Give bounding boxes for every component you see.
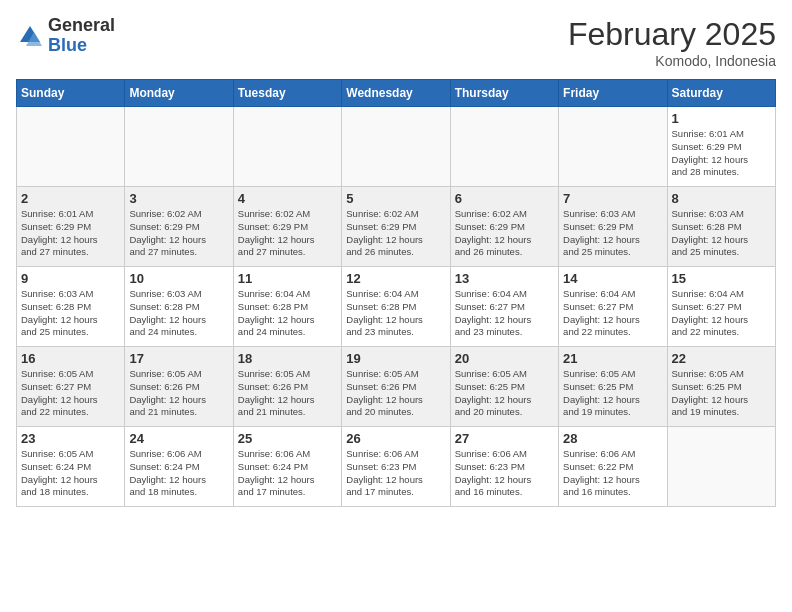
day-info: Sunrise: 6:03 AM Sunset: 6:28 PM Dayligh… (129, 288, 228, 339)
calendar-cell: 4Sunrise: 6:02 AM Sunset: 6:29 PM Daylig… (233, 187, 341, 267)
calendar-week-row: 9Sunrise: 6:03 AM Sunset: 6:28 PM Daylig… (17, 267, 776, 347)
month-title: February 2025 (568, 16, 776, 53)
logo: General Blue (16, 16, 115, 56)
calendar-cell: 10Sunrise: 6:03 AM Sunset: 6:28 PM Dayli… (125, 267, 233, 347)
weekday-header-monday: Monday (125, 80, 233, 107)
title-block: February 2025 Komodo, Indonesia (568, 16, 776, 69)
day-number: 28 (563, 431, 662, 446)
day-info: Sunrise: 6:06 AM Sunset: 6:24 PM Dayligh… (129, 448, 228, 499)
calendar-cell (233, 107, 341, 187)
weekday-header-saturday: Saturday (667, 80, 775, 107)
day-number: 3 (129, 191, 228, 206)
day-info: Sunrise: 6:05 AM Sunset: 6:25 PM Dayligh… (455, 368, 554, 419)
day-number: 17 (129, 351, 228, 366)
calendar-cell: 16Sunrise: 6:05 AM Sunset: 6:27 PM Dayli… (17, 347, 125, 427)
calendar-cell: 6Sunrise: 6:02 AM Sunset: 6:29 PM Daylig… (450, 187, 558, 267)
page-header: General Blue February 2025 Komodo, Indon… (16, 16, 776, 69)
calendar-cell: 14Sunrise: 6:04 AM Sunset: 6:27 PM Dayli… (559, 267, 667, 347)
day-number: 2 (21, 191, 120, 206)
day-number: 16 (21, 351, 120, 366)
calendar-cell: 19Sunrise: 6:05 AM Sunset: 6:26 PM Dayli… (342, 347, 450, 427)
day-info: Sunrise: 6:03 AM Sunset: 6:28 PM Dayligh… (672, 208, 771, 259)
calendar-cell: 25Sunrise: 6:06 AM Sunset: 6:24 PM Dayli… (233, 427, 341, 507)
calendar-week-row: 23Sunrise: 6:05 AM Sunset: 6:24 PM Dayli… (17, 427, 776, 507)
day-info: Sunrise: 6:06 AM Sunset: 6:23 PM Dayligh… (455, 448, 554, 499)
calendar-cell: 7Sunrise: 6:03 AM Sunset: 6:29 PM Daylig… (559, 187, 667, 267)
day-number: 4 (238, 191, 337, 206)
day-info: Sunrise: 6:06 AM Sunset: 6:22 PM Dayligh… (563, 448, 662, 499)
logo-icon (16, 22, 44, 50)
day-number: 14 (563, 271, 662, 286)
day-info: Sunrise: 6:03 AM Sunset: 6:29 PM Dayligh… (563, 208, 662, 259)
weekday-header-row: SundayMondayTuesdayWednesdayThursdayFrid… (17, 80, 776, 107)
day-number: 19 (346, 351, 445, 366)
day-info: Sunrise: 6:02 AM Sunset: 6:29 PM Dayligh… (129, 208, 228, 259)
calendar-cell: 13Sunrise: 6:04 AM Sunset: 6:27 PM Dayli… (450, 267, 558, 347)
day-info: Sunrise: 6:04 AM Sunset: 6:27 PM Dayligh… (455, 288, 554, 339)
calendar-cell (667, 427, 775, 507)
day-number: 24 (129, 431, 228, 446)
calendar-week-row: 16Sunrise: 6:05 AM Sunset: 6:27 PM Dayli… (17, 347, 776, 427)
day-number: 25 (238, 431, 337, 446)
calendar-cell: 15Sunrise: 6:04 AM Sunset: 6:27 PM Dayli… (667, 267, 775, 347)
calendar-cell: 18Sunrise: 6:05 AM Sunset: 6:26 PM Dayli… (233, 347, 341, 427)
calendar-week-row: 1Sunrise: 6:01 AM Sunset: 6:29 PM Daylig… (17, 107, 776, 187)
calendar-cell: 26Sunrise: 6:06 AM Sunset: 6:23 PM Dayli… (342, 427, 450, 507)
calendar-cell: 2Sunrise: 6:01 AM Sunset: 6:29 PM Daylig… (17, 187, 125, 267)
calendar-cell: 27Sunrise: 6:06 AM Sunset: 6:23 PM Dayli… (450, 427, 558, 507)
calendar-table: SundayMondayTuesdayWednesdayThursdayFrid… (16, 79, 776, 507)
day-number: 7 (563, 191, 662, 206)
calendar-cell (125, 107, 233, 187)
day-info: Sunrise: 6:04 AM Sunset: 6:27 PM Dayligh… (672, 288, 771, 339)
calendar-cell: 20Sunrise: 6:05 AM Sunset: 6:25 PM Dayli… (450, 347, 558, 427)
day-info: Sunrise: 6:06 AM Sunset: 6:23 PM Dayligh… (346, 448, 445, 499)
calendar-cell: 12Sunrise: 6:04 AM Sunset: 6:28 PM Dayli… (342, 267, 450, 347)
day-number: 20 (455, 351, 554, 366)
day-info: Sunrise: 6:05 AM Sunset: 6:24 PM Dayligh… (21, 448, 120, 499)
calendar-cell (450, 107, 558, 187)
day-number: 11 (238, 271, 337, 286)
day-info: Sunrise: 6:04 AM Sunset: 6:27 PM Dayligh… (563, 288, 662, 339)
day-info: Sunrise: 6:01 AM Sunset: 6:29 PM Dayligh… (672, 128, 771, 179)
day-number: 27 (455, 431, 554, 446)
day-info: Sunrise: 6:02 AM Sunset: 6:29 PM Dayligh… (238, 208, 337, 259)
logo-general: General (48, 16, 115, 36)
calendar-week-row: 2Sunrise: 6:01 AM Sunset: 6:29 PM Daylig… (17, 187, 776, 267)
day-number: 18 (238, 351, 337, 366)
calendar-cell (342, 107, 450, 187)
day-number: 5 (346, 191, 445, 206)
day-info: Sunrise: 6:05 AM Sunset: 6:27 PM Dayligh… (21, 368, 120, 419)
day-info: Sunrise: 6:03 AM Sunset: 6:28 PM Dayligh… (21, 288, 120, 339)
day-info: Sunrise: 6:04 AM Sunset: 6:28 PM Dayligh… (238, 288, 337, 339)
day-info: Sunrise: 6:04 AM Sunset: 6:28 PM Dayligh… (346, 288, 445, 339)
day-number: 12 (346, 271, 445, 286)
location: Komodo, Indonesia (568, 53, 776, 69)
day-number: 9 (21, 271, 120, 286)
weekday-header-sunday: Sunday (17, 80, 125, 107)
calendar-cell: 23Sunrise: 6:05 AM Sunset: 6:24 PM Dayli… (17, 427, 125, 507)
weekday-header-thursday: Thursday (450, 80, 558, 107)
day-number: 10 (129, 271, 228, 286)
day-info: Sunrise: 6:05 AM Sunset: 6:25 PM Dayligh… (563, 368, 662, 419)
weekday-header-tuesday: Tuesday (233, 80, 341, 107)
weekday-header-friday: Friday (559, 80, 667, 107)
day-number: 15 (672, 271, 771, 286)
calendar-cell: 21Sunrise: 6:05 AM Sunset: 6:25 PM Dayli… (559, 347, 667, 427)
day-info: Sunrise: 6:05 AM Sunset: 6:26 PM Dayligh… (346, 368, 445, 419)
day-info: Sunrise: 6:05 AM Sunset: 6:26 PM Dayligh… (129, 368, 228, 419)
calendar-cell: 8Sunrise: 6:03 AM Sunset: 6:28 PM Daylig… (667, 187, 775, 267)
day-number: 22 (672, 351, 771, 366)
day-number: 13 (455, 271, 554, 286)
calendar-cell: 9Sunrise: 6:03 AM Sunset: 6:28 PM Daylig… (17, 267, 125, 347)
weekday-header-wednesday: Wednesday (342, 80, 450, 107)
day-number: 21 (563, 351, 662, 366)
day-number: 6 (455, 191, 554, 206)
calendar-cell: 5Sunrise: 6:02 AM Sunset: 6:29 PM Daylig… (342, 187, 450, 267)
day-number: 23 (21, 431, 120, 446)
calendar-cell: 3Sunrise: 6:02 AM Sunset: 6:29 PM Daylig… (125, 187, 233, 267)
calendar-cell (17, 107, 125, 187)
day-info: Sunrise: 6:02 AM Sunset: 6:29 PM Dayligh… (346, 208, 445, 259)
calendar-cell: 22Sunrise: 6:05 AM Sunset: 6:25 PM Dayli… (667, 347, 775, 427)
calendar-cell (559, 107, 667, 187)
day-info: Sunrise: 6:01 AM Sunset: 6:29 PM Dayligh… (21, 208, 120, 259)
